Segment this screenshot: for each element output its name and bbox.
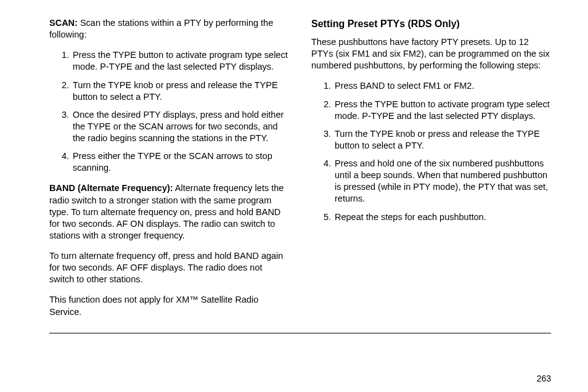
scan-paragraph: SCAN: Scan the stations within a PTY by …: [49, 17, 289, 41]
page-number: 263: [537, 374, 551, 383]
list-item: Once the desired PTY displays, press and…: [71, 109, 289, 144]
list-item: Turn the TYPE knob or press and release …: [71, 80, 289, 103]
list-item: Press and hold one of the six numbered p…: [333, 158, 551, 205]
scan-steps-list: Press the TYPE button to activate progra…: [49, 49, 289, 174]
list-item: Press the TYPE button to activate progra…: [71, 49, 289, 73]
left-column: SCAN: Scan the stations within a PTY by …: [49, 17, 289, 327]
preset-intro: These pushbuttons have factory PTY prese…: [311, 36, 551, 71]
xm-note-paragraph: This function does not apply for XM™ Sat…: [49, 294, 289, 317]
band-paragraph: BAND (Alternate Frequency): Alternate fr…: [49, 182, 289, 242]
list-item: Press the TYPE button to activate progra…: [333, 99, 551, 122]
band-label: BAND (Alternate Frequency):: [49, 183, 173, 193]
band-off-paragraph: To turn alternate frequency off, press a…: [49, 250, 289, 285]
list-item: Press either the TYPE or the SCAN arrows…: [71, 150, 289, 174]
scan-intro: Scan the stations within a PTY by perfor…: [49, 18, 273, 39]
list-item: Press BAND to select FM1 or FM2.: [333, 80, 551, 92]
scan-label: SCAN:: [49, 18, 78, 28]
list-item: Turn the TYPE knob or press and release …: [333, 128, 551, 152]
list-item: Repeat the steps for each pushbutton.: [333, 211, 551, 223]
footer-divider: [49, 333, 551, 333]
preset-steps-list: Press BAND to select FM1 or FM2. Press t…: [311, 80, 551, 223]
right-column: Setting Preset PTYs (RDS Only) These pus…: [311, 17, 551, 327]
section-heading: Setting Preset PTYs (RDS Only): [311, 17, 551, 30]
